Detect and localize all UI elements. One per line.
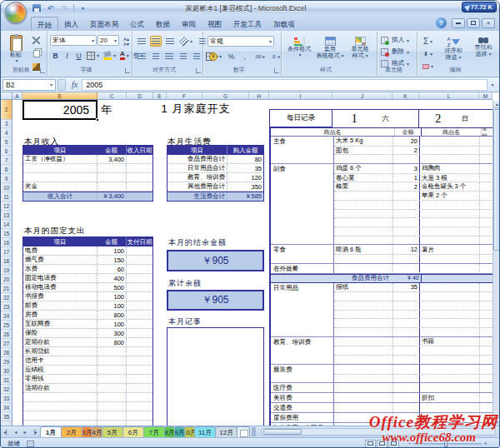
cell[interactable] — [126, 246, 152, 255]
cell[interactable] — [23, 164, 97, 172]
cell[interactable]: 电费 — [23, 246, 97, 255]
cell[interactable]: 150 — [97, 256, 126, 264]
qat-customize-button[interactable]: ▾ — [78, 3, 88, 12]
cell[interactable] — [419, 356, 479, 364]
row-header[interactable]: 22 — [1, 293, 12, 302]
row-header[interactable]: 28 — [1, 348, 12, 357]
row-header[interactable]: 21 — [1, 284, 12, 293]
format-as-table-button[interactable]: 套用 表格格式▾ — [315, 37, 345, 58]
save-button[interactable] — [31, 3, 42, 12]
cell[interactable]: 800 — [97, 311, 126, 319]
daily-column-header[interactable]: 金额 — [394, 128, 421, 136]
row-header[interactable]: 14 — [1, 220, 12, 229]
cell[interactable] — [97, 393, 126, 401]
restore-button[interactable] — [467, 18, 480, 28]
cell[interactable] — [126, 338, 152, 346]
cell[interactable] — [479, 192, 492, 200]
cell[interactable] — [392, 227, 419, 236]
cell[interactable] — [334, 236, 392, 245]
cell[interactable] — [334, 301, 392, 310]
column-header[interactable]: H — [249, 92, 269, 99]
row-header[interactable]: 16 — [1, 238, 12, 247]
daily-total-label[interactable]: 食品费用合计 — [271, 275, 392, 282]
cell[interactable] — [126, 402, 152, 411]
daily-category-label[interactable]: 日常用品 — [271, 283, 334, 336]
cell[interactable] — [126, 320, 152, 328]
cell[interactable]: 食品费用合计 — [168, 155, 227, 163]
daily-category-label[interactable]: 教育、培训费 — [271, 337, 334, 364]
cell[interactable] — [479, 301, 492, 310]
minimize-button[interactable] — [452, 18, 465, 28]
daily-category-label[interactable]: 交通费 — [271, 403, 334, 412]
cell[interactable] — [392, 255, 419, 263]
cell[interactable]: 金枪鱼罐头 3 个 — [419, 182, 479, 191]
paste-button[interactable]: 粘贴▾ — [5, 35, 27, 63]
column-header[interactable]: F — [167, 92, 202, 99]
cell[interactable]: 100 — [97, 292, 126, 301]
cell[interactable] — [126, 274, 152, 282]
cell[interactable]: 零用钱 — [23, 375, 97, 383]
cell[interactable] — [419, 375, 479, 383]
cell[interactable] — [334, 311, 392, 319]
cell[interactable] — [479, 328, 492, 336]
cell[interactable] — [479, 137, 492, 146]
row-header[interactable]: 5 — [1, 137, 12, 147]
living-header[interactable]: 项目 — [168, 146, 227, 155]
cell[interactable]: 其他费用合计 — [168, 182, 227, 191]
cell[interactable] — [392, 328, 419, 336]
font-size-select[interactable]: 20▾ — [98, 35, 119, 46]
align-center-button[interactable] — [150, 51, 161, 62]
row-header[interactable]: 32 — [1, 385, 12, 394]
cell[interactable]: 房费 — [23, 311, 97, 319]
ribbon-tab[interactable]: 开发工具 — [228, 17, 268, 31]
cell[interactable] — [479, 337, 492, 346]
cell[interactable] — [419, 210, 479, 218]
cell[interactable] — [334, 328, 392, 336]
font-color-button[interactable]: A▾ — [118, 50, 131, 61]
cell[interactable] — [126, 173, 152, 182]
insert-worksheet-button[interactable] — [237, 426, 250, 437]
cell[interactable]: 大米 5 Kg — [334, 137, 392, 146]
cell[interactable] — [479, 283, 492, 292]
row-header[interactable]: 31 — [1, 376, 12, 385]
decrease-decimal-button[interactable]: .0◂ — [269, 51, 281, 62]
cell[interactable] — [334, 365, 392, 374]
redo-button[interactable]: ↷ — [59, 3, 70, 12]
cell[interactable]: 35 — [227, 164, 263, 172]
cell[interactable]: 邮费 — [23, 301, 97, 310]
cell[interactable] — [126, 192, 152, 201]
cell[interactable] — [419, 365, 479, 374]
cell[interactable] — [334, 210, 392, 218]
row-header[interactable]: 13 — [1, 211, 12, 220]
cell[interactable] — [334, 192, 392, 200]
cumulative-label[interactable]: 累计余额 — [168, 278, 202, 289]
cell[interactable]: 信用卡 — [23, 356, 97, 365]
first-sheet-button[interactable]: ◂▏ — [2, 427, 11, 436]
fixed-title[interactable]: 本月的固定支出 — [24, 226, 86, 236]
cell[interactable]: 报纸 — [334, 283, 392, 292]
daily-category-label[interactable]: 零食 — [271, 245, 334, 262]
conditional-formatting-button[interactable]: 条件格式▾ — [285, 37, 313, 57]
income-total-value[interactable]: ￥3,400 — [97, 192, 126, 201]
cell[interactable] — [392, 365, 419, 374]
fixed-header[interactable]: 项目 — [23, 237, 97, 246]
cell[interactable] — [392, 383, 419, 392]
cell[interactable] — [479, 227, 492, 236]
increase-decimal-button[interactable]: .00▸ — [252, 51, 267, 62]
cell[interactable] — [392, 393, 419, 402]
cell[interactable] — [479, 356, 492, 364]
cell[interactable] — [419, 155, 479, 163]
ribbon-tab[interactable]: 审阅 — [176, 17, 202, 31]
cell[interactable]: 移动电话费 — [23, 283, 97, 291]
formula-input[interactable]: 2005 — [82, 79, 488, 91]
column-header[interactable]: J — [332, 92, 392, 99]
cell[interactable] — [479, 155, 492, 163]
cell[interactable] — [126, 265, 152, 273]
cell[interactable]: 300 — [97, 329, 126, 337]
cell[interactable] — [126, 356, 152, 365]
cell[interactable] — [419, 311, 479, 319]
cell[interactable]: 保险 — [23, 329, 97, 337]
cell[interactable] — [126, 292, 152, 301]
cell[interactable]: 60 — [97, 265, 126, 273]
cell[interactable] — [392, 264, 419, 273]
